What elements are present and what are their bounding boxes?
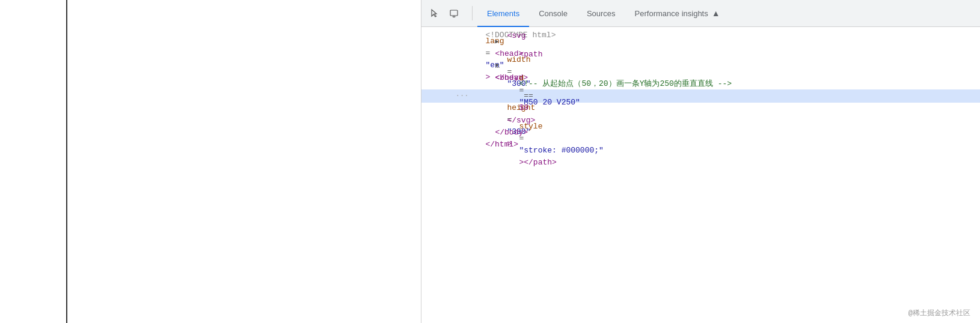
inspect-element-button[interactable] (426, 5, 443, 22)
tab-performance-insights[interactable]: Performance insights ▲ (625, 0, 730, 27)
tab-console[interactable]: Console (529, 0, 577, 27)
device-toolbar-button[interactable] (446, 5, 462, 22)
svg-rect-1 (453, 16, 455, 17)
devtools-icon-group (426, 5, 462, 22)
watermark: @稀土掘金技术社区 (908, 308, 970, 318)
vertical-line (66, 0, 67, 323)
performance-icon: ▲ (712, 8, 720, 18)
svg-rect-0 (450, 10, 458, 16)
tab-sources[interactable]: Sources (577, 0, 625, 27)
tab-separator (472, 6, 473, 20)
expand-arrow-svg[interactable]: ▼ (507, 27, 515, 30)
tab-elements[interactable]: Elements (477, 0, 529, 27)
browser-viewport (0, 0, 421, 323)
line-gutter: ··· (421, 78, 446, 114)
devtools-elements-content: <!DOCTYPE html> <html lang = "en" > ▶ <h… (421, 27, 980, 323)
code-line-html-close[interactable]: </html> (421, 139, 980, 151)
devtools-tabbar: Elements Console Sources Performance ins… (421, 0, 980, 27)
devtools-panel: Elements Console Sources Performance ins… (421, 0, 980, 323)
